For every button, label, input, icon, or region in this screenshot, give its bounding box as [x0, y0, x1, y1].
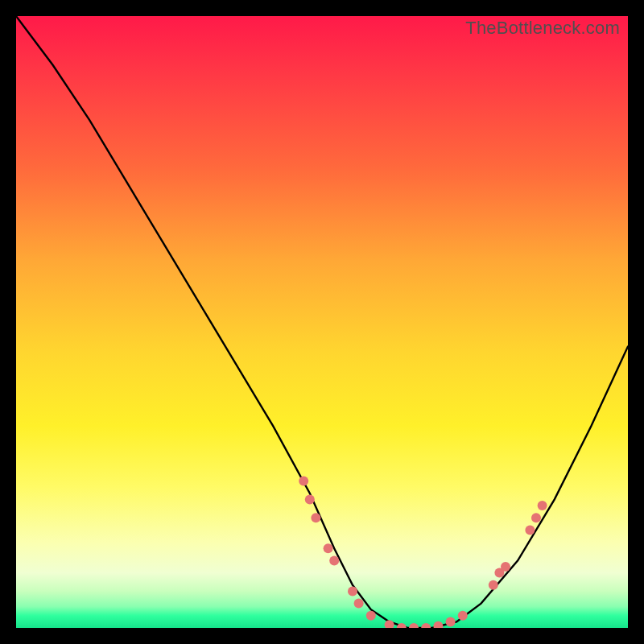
- highlight-marker: [446, 617, 456, 626]
- highlight-marker: [421, 623, 431, 628]
- highlight-marker: [433, 621, 443, 628]
- watermark-text: TheBottleneck.com: [465, 18, 620, 39]
- highlight-marker: [366, 611, 376, 621]
- highlight-marker: [311, 513, 320, 522]
- chart-frame: TheBottleneck.com: [16, 16, 628, 628]
- highlight-marker: [348, 586, 357, 596]
- highlight-marker: [354, 599, 364, 609]
- highlight-marker: [385, 620, 394, 628]
- highlight-marker: [305, 494, 315, 504]
- highlight-marker: [501, 562, 510, 572]
- highlight-marker: [538, 501, 547, 510]
- highlight-marker: [489, 580, 498, 590]
- highlight-marker: [531, 513, 541, 522]
- highlight-marker: [409, 623, 419, 628]
- highlight-marker: [525, 525, 535, 535]
- highlight-marker: [329, 555, 339, 565]
- highlight-marker: [324, 543, 333, 553]
- highlight-marker: [458, 611, 468, 621]
- bottleneck-curve-path: [16, 16, 628, 628]
- bottleneck-curve-svg: [16, 16, 628, 628]
- highlight-marker: [299, 477, 308, 486]
